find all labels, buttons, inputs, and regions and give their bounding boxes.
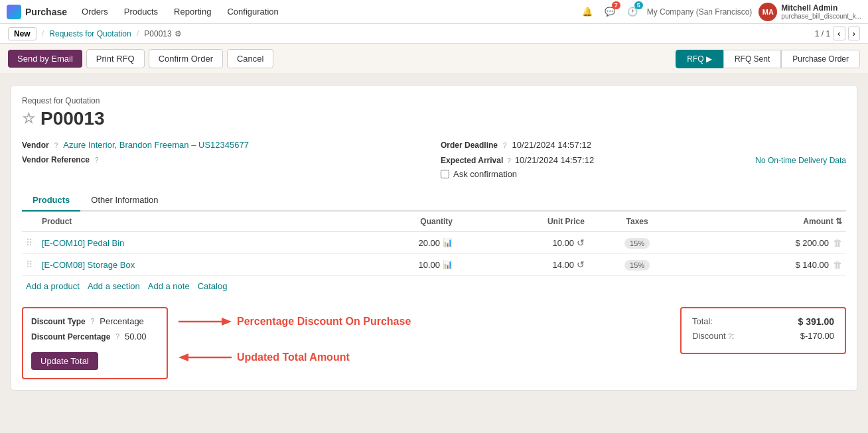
breadcrumb-current-label: P00013 <box>144 29 171 38</box>
next-button[interactable]: › <box>848 27 860 40</box>
expected-arrival-value[interactable]: 10/21/2024 14:57:12 <box>515 155 594 165</box>
reset-icon-1[interactable]: ↺ <box>577 237 585 248</box>
taxes-cell-1: 15% <box>589 232 686 254</box>
expected-arrival-label: Expected Arrival <box>441 156 503 165</box>
breadcrumb-parent[interactable]: Requests for Quotation <box>49 29 131 38</box>
breadcrumb-bar: New / Requests for Quotation / P00013 ⚙ … <box>0 24 868 44</box>
nav-reporting[interactable]: Reporting <box>167 3 218 21</box>
user-name: Mitchell Admin <box>781 3 861 13</box>
discount-type-row: Discount Type ? Percentage <box>31 316 159 326</box>
chat-btn[interactable]: 💬 7 <box>602 4 618 19</box>
vendor-field: Vendor ? Azure Interior, Brandon Freeman… <box>22 140 427 150</box>
tabs: Products Other Information <box>22 190 846 212</box>
gear-icon[interactable]: ⚙ <box>175 29 182 38</box>
status-bar: RFQ ▶ RFQ Sent Purchase Order <box>676 50 860 68</box>
avatar: MA <box>759 3 777 21</box>
prev-button[interactable]: ‹ <box>833 27 845 40</box>
confirm-order-button[interactable]: Confirm Order <box>149 49 223 68</box>
clock-badge: 5 <box>634 1 643 9</box>
nav-orders[interactable]: Orders <box>75 3 115 21</box>
add-note-link[interactable]: Add a note <box>148 281 190 291</box>
product-link-2[interactable]: [E-COM08] Storage Box <box>42 260 135 270</box>
expected-arrival-help: ? <box>507 157 511 164</box>
quantity-cell-1: 20.00 📊 <box>333 232 457 254</box>
annotation-1: Percentage Discount On Purchase <box>179 314 670 330</box>
quantity-cell-2: 10.00 📊 <box>333 254 457 276</box>
tax-badge-2[interactable]: 15% <box>624 260 650 271</box>
form-fields: Vendor ? Azure Interior, Brandon Freeman… <box>22 140 846 179</box>
form-po-number: P00013 <box>40 108 105 129</box>
vendor-help: ? <box>54 142 58 149</box>
user-info[interactable]: MA Mitchell Admin purchase_bill_discount… <box>759 3 861 21</box>
discount-pct-label: Discount Percentage <box>31 332 110 341</box>
cancel-button[interactable]: Cancel <box>227 49 273 68</box>
tax-badge-1[interactable]: 15% <box>624 238 650 249</box>
discount-type-help: ? <box>91 318 95 325</box>
price-value-2[interactable]: 14.00 <box>552 260 574 270</box>
annotation-text-2: Updated Total Amount <box>237 351 350 363</box>
product-link-1[interactable]: [E-COM10] Pedal Bin <box>42 238 124 248</box>
quantity-value-1[interactable]: 20.00 <box>418 238 440 248</box>
col-quantity: Quantity <box>333 212 457 232</box>
clock-btn[interactable]: 🕐 5 <box>624 4 640 19</box>
chart-icon-2[interactable]: 📊 <box>443 260 453 269</box>
ask-confirmation-row: Ask confirmation <box>441 169 846 179</box>
delete-icon-1[interactable]: 🗑 <box>833 237 842 248</box>
drag-handle-2[interactable]: ⠿ <box>22 254 38 276</box>
status-purchase-order[interactable]: Purchase Order <box>781 50 860 68</box>
total-row: Total: $ 391.00 <box>692 316 834 327</box>
breadcrumb-separator: / <box>42 29 44 38</box>
status-rfq-sent[interactable]: RFQ Sent <box>723 50 781 68</box>
notification-bell-btn[interactable]: 🔔 <box>579 4 595 19</box>
send-email-button[interactable]: Send by Email <box>8 50 82 68</box>
amount-value-1: $ 200.00 <box>795 238 829 248</box>
col-product: Product <box>38 212 333 232</box>
no-delivery-link[interactable]: No On-time Delivery Data <box>755 156 846 165</box>
drag-handle-1[interactable]: ⠿ <box>22 232 38 254</box>
discount-pct-row: Discount Percentage ? 50.00 <box>31 332 159 341</box>
col-unit-price: Unit Price <box>457 212 589 232</box>
delete-icon-2[interactable]: 🗑 <box>833 259 842 270</box>
discount-help: ? <box>728 333 732 340</box>
ask-confirmation-checkbox[interactable] <box>441 170 449 178</box>
discount-pct-value[interactable]: 50.00 <box>125 332 147 341</box>
brand-icon <box>7 5 21 19</box>
nav-products[interactable]: Products <box>117 3 165 21</box>
annotation-area: Percentage Discount On Purchase Updated … <box>179 307 670 372</box>
add-product-link[interactable]: Add a product <box>26 281 80 291</box>
totals-box: Total: $ 391.00 Discount ?: $-170.00 <box>680 307 846 354</box>
user-sub: purchase_bill_discount_k... <box>781 13 861 20</box>
price-value-1[interactable]: 10.00 <box>552 238 574 248</box>
vendor-value[interactable]: Azure Interior, Brandon Freeman – US1234… <box>63 140 249 150</box>
update-total-button[interactable]: Update Total <box>31 352 98 370</box>
order-deadline-value[interactable]: 10/21/2024 14:57:12 <box>512 140 591 150</box>
reset-icon-2[interactable]: ↺ <box>577 259 585 270</box>
navbar-right: 🔔 💬 7 🕐 5 My Company (San Francisco) MA … <box>579 3 861 21</box>
catalog-link[interactable]: Catalog <box>198 281 228 291</box>
form-title-big: ☆ P00013 <box>22 108 846 129</box>
tab-products[interactable]: Products <box>22 190 80 212</box>
col-taxes: Taxes <box>589 212 686 232</box>
amount-cell-1: $ 200.00 🗑 <box>686 232 846 254</box>
vendor-ref-label: Vendor Reference <box>22 155 90 164</box>
breadcrumb-current: P00013 ⚙ <box>144 29 181 38</box>
status-rfq[interactable]: RFQ ▶ <box>676 50 723 68</box>
product-cell-2: [E-COM08] Storage Box <box>38 254 333 276</box>
discount-label-text: Discount <box>692 331 726 341</box>
quantity-value-2[interactable]: 10.00 <box>418 260 440 270</box>
chart-icon-1[interactable]: 📊 <box>443 238 453 247</box>
chat-badge: 7 <box>612 1 620 9</box>
svg-marker-3 <box>179 353 188 361</box>
new-button[interactable]: New <box>8 27 36 40</box>
order-deadline-field: Order Deadline ? 10/21/2024 14:57:12 <box>441 140 846 150</box>
add-section-link[interactable]: Add a section <box>88 281 140 291</box>
ask-confirmation-label: Ask confirmation <box>453 169 517 179</box>
discount-box: Discount Type ? Percentage Discount Perc… <box>22 307 168 379</box>
star-icon[interactable]: ☆ <box>22 110 35 127</box>
nav-configuration[interactable]: Configuration <box>220 3 285 21</box>
print-rfq-button[interactable]: Print RFQ <box>86 49 145 68</box>
brand-label[interactable]: Purchase <box>25 7 67 17</box>
tab-other-information[interactable]: Other Information <box>80 190 169 212</box>
brand: Purchase <box>7 5 67 19</box>
col-drag <box>22 212 38 232</box>
